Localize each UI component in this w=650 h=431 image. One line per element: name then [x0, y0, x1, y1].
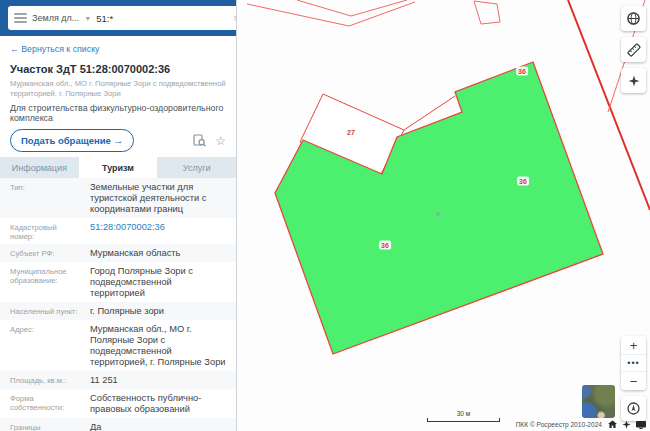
- zoom-in-button[interactable]: +: [621, 336, 646, 354]
- scale-label: 30 м: [427, 410, 500, 417]
- row-label: Площадь, кв.м.:: [10, 375, 82, 386]
- row-value: 11 251: [90, 375, 226, 386]
- zoom-out-button[interactable]: −: [621, 372, 646, 390]
- parcel-title: Участок ЗдТ 51:28:0070002:36: [10, 63, 226, 75]
- row-value: Мурманская область: [90, 248, 226, 259]
- search-input[interactable]: [96, 13, 228, 24]
- row-value: Земельные участки для туристской деятель…: [90, 182, 226, 215]
- search-box: Земля дл... ▼ ×: [8, 6, 237, 30]
- row-value: Да: [90, 422, 226, 431]
- zoom-more-button[interactable]: •••: [621, 354, 646, 372]
- parcel-number-label: 36: [517, 177, 529, 186]
- back-to-list-link[interactable]: ← Вернуться к списку: [10, 44, 226, 54]
- row-label: Форма собственности:: [10, 393, 82, 415]
- center-map-button[interactable]: [621, 68, 646, 93]
- row-value: Мурманская обл., МО г. Полярные Зори с п…: [90, 324, 226, 368]
- row-value: Собственность публично-правовых образова…: [90, 393, 226, 415]
- home-icon[interactable]: [608, 420, 617, 429]
- row-label: Муниципальное образование:: [10, 266, 82, 299]
- cadastral-layer: [237, 0, 650, 431]
- four-point-star-icon[interactable]: [622, 420, 631, 429]
- detail-row: Адрес: Мурманская обл., МО г. Полярные З…: [0, 320, 236, 371]
- chevron-down-icon[interactable]: ▼: [84, 15, 91, 22]
- four-point-star-icon: [628, 75, 640, 87]
- tab-3[interactable]: Услуги: [157, 157, 236, 178]
- ruler-icon: [626, 42, 642, 58]
- detail-row: Муниципальное образование: Город Полярны…: [0, 262, 236, 302]
- map-canvas[interactable]: + ••• − 30 м ПКК © Росреестр 2010-2024 2…: [237, 0, 650, 431]
- row-value: г. Полярные зори: [90, 306, 226, 317]
- parcel-number-label: 36: [516, 67, 528, 76]
- basemap-satellite-thumbnail[interactable]: [582, 385, 615, 418]
- row-label: Кадастровый номер:: [10, 222, 82, 241]
- row-label: Границы земельного участка установлены в…: [10, 422, 82, 431]
- row-label: Адрес:: [10, 324, 82, 368]
- favorite-star-icon[interactable]: ☆: [215, 135, 226, 147]
- layers-button[interactable]: [621, 6, 646, 31]
- scale-line: [427, 418, 500, 422]
- row-label: Тип:: [10, 182, 82, 215]
- action-row: Подать обращение → ☆: [10, 129, 226, 152]
- zoom-controls: + ••• −: [621, 336, 646, 390]
- detail-row: Населенный пункт: г. Полярные зори: [0, 302, 236, 320]
- scale-bar: 30 м: [427, 410, 500, 422]
- attribution-text: ПКК © Росреестр 2010-2024: [516, 421, 602, 428]
- parcel-description: Для строительства физкультурно-оздоровит…: [10, 103, 226, 123]
- row-value: Город Полярные Зори с подведомственной т…: [90, 266, 226, 299]
- locate-on-map-icon[interactable]: [193, 134, 206, 147]
- geolocate-button[interactable]: [621, 396, 646, 421]
- tab-2[interactable]: Туризм: [79, 157, 158, 178]
- attribution-icons: [608, 420, 646, 429]
- detail-row: Субъект РФ: Мурманская область: [0, 244, 236, 262]
- sidebar: Земля дл... ▼ × ‹ ← Вернуться к списку У…: [0, 0, 237, 431]
- detail-rows: Тип: Земельные участки для туристской де…: [0, 178, 236, 431]
- row-value[interactable]: 51:28:0070002:36: [90, 222, 226, 241]
- parcel-number-label: 36: [379, 241, 391, 250]
- measure-button[interactable]: [621, 37, 646, 62]
- tabs-bar: Информация Туризм Услуги: [0, 157, 236, 178]
- parcel-number-label: 27: [345, 128, 357, 137]
- detail-row: Форма собственности: Собственность публи…: [0, 389, 236, 418]
- row-label: Населенный пункт:: [10, 306, 82, 317]
- menu-icon[interactable]: [14, 13, 27, 23]
- detail-row: Площадь, кв.м.: 11 251: [0, 371, 236, 389]
- globe-icon: [626, 11, 641, 26]
- search-type-dropdown[interactable]: Земля дл...: [32, 13, 79, 23]
- submit-request-button[interactable]: Подать обращение →: [10, 129, 134, 152]
- parcel-location: Мурманская обл., МО г. Полярные Зори с п…: [10, 79, 226, 98]
- row-label: Субъект РФ:: [10, 248, 82, 259]
- detail-row: Границы земельного участка установлены в…: [0, 418, 236, 431]
- detail-row: Кадастровый номер: 51:28:0070002:36: [0, 218, 236, 244]
- search-header: Земля дл... ▼ × ‹: [0, 0, 236, 36]
- tab-1[interactable]: Информация: [0, 157, 79, 178]
- screen-icon[interactable]: [636, 421, 646, 429]
- my-location-icon: [626, 401, 641, 416]
- detail-row: Тип: Земельные участки для туристской де…: [0, 178, 236, 218]
